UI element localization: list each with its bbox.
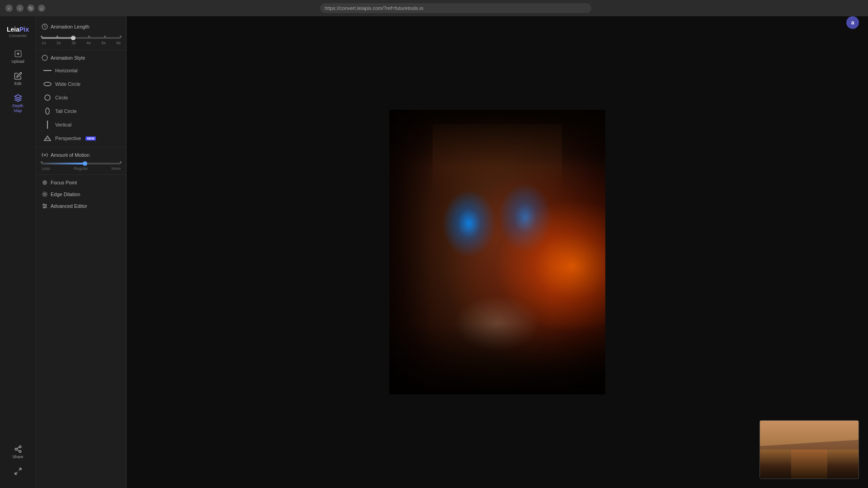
motion-icon (42, 152, 48, 158)
svg-rect-20 (43, 181, 47, 184)
layers-icon (14, 94, 22, 102)
logo-converter: Converter (7, 33, 29, 38)
svg-point-5 (15, 448, 17, 450)
style-perspective[interactable]: Perspective NEW (36, 131, 126, 145)
browser-chrome: ‹ › ↻ ⌂ https://convert.leiapix.com/?ref… (0, 0, 868, 16)
svg-point-4 (19, 446, 21, 448)
amount-of-motion-title: Amount of Motion (51, 152, 90, 158)
forward-button[interactable]: › (16, 5, 24, 12)
url-text: https://convert.leiapix.com/?ref=futuret… (325, 5, 424, 11)
svg-line-10 (15, 472, 17, 474)
svg-point-27 (45, 206, 46, 206)
svg-line-8 (17, 447, 19, 449)
tick-6s: 6s (116, 41, 121, 45)
video-pip (760, 420, 859, 479)
style-wide-circle[interactable]: Wide Circle (36, 77, 126, 91)
user-avatar[interactable]: a (846, 16, 859, 29)
svg-line-9 (19, 468, 21, 470)
share-icon (14, 445, 22, 453)
style-horizontal-label: Horizontal (55, 68, 78, 73)
user-avatar-container[interactable]: a (846, 16, 859, 29)
tick-4s: 4s (86, 41, 91, 45)
app-logo: LeiaPix Converter (7, 22, 29, 45)
style-horizontal[interactable]: Horizontal (36, 64, 126, 77)
focus-icon (42, 179, 48, 186)
tick-3s: 3s (71, 41, 76, 45)
advanced-editor-section[interactable]: Advanced Editor (36, 200, 126, 212)
animation-length-slider[interactable]: 1s 2s 3s 4s 5s 6s (36, 33, 126, 48)
home-button[interactable]: ⌂ (38, 5, 45, 12)
left-nav-bar: LeiaPix Converter Upload Edit D (0, 16, 36, 488)
focus-point-section[interactable]: Focus Point (36, 177, 126, 188)
divider-3 (36, 174, 126, 175)
video-pip-content (760, 421, 859, 479)
wide-circle-icon (43, 80, 52, 88)
svg-point-21 (44, 193, 46, 196)
nav-upload[interactable]: Upload (0, 46, 36, 67)
focus-point-title: Focus Point (51, 180, 77, 185)
nav-fullscreen[interactable] (0, 464, 36, 483)
style-circle[interactable]: Circle (36, 91, 126, 104)
nav-upload-label: Upload (11, 59, 24, 64)
svg-point-14 (45, 95, 50, 100)
svg-point-22 (42, 192, 47, 197)
perspective-icon (43, 134, 52, 142)
settings-sidebar: Animation Length 1s 2s 3s 4s 5s 6s (36, 16, 127, 488)
horizontal-icon (43, 66, 52, 75)
motion-label-more: More (111, 166, 121, 171)
nav-share[interactable]: Share (0, 441, 36, 463)
svg-point-26 (43, 204, 44, 205)
address-bar[interactable]: https://convert.leiapix.com/?ref=futuret… (320, 3, 591, 13)
style-tall-circle[interactable]: Tall Circle (36, 104, 126, 118)
animation-length-section: Animation Length (36, 21, 126, 33)
logo-leia: Leia (7, 26, 19, 33)
app-container: LeiaPix Converter Upload Edit D (0, 16, 868, 488)
svg-point-18 (44, 154, 46, 156)
edge-dilation-section[interactable]: Edge Dilation (36, 188, 126, 200)
animation-style-icon (42, 55, 48, 61)
divider-2 (36, 147, 126, 147)
tick-1s: 1s (42, 41, 46, 45)
style-wide-circle-label: Wide Circle (55, 81, 80, 87)
animation-style-section: Animation Style (36, 52, 126, 64)
back-button[interactable]: ‹ (5, 5, 13, 12)
amount-of-motion-section: Amount of Motion (36, 149, 126, 161)
advanced-editor-icon (42, 203, 48, 209)
tall-circle-icon (43, 107, 52, 115)
animation-style-title: Animation Style (51, 55, 85, 61)
svg-line-7 (17, 450, 19, 451)
advanced-editor-title: Advanced Editor (51, 203, 87, 209)
motion-label-less: Less (42, 166, 50, 171)
nav-depth-map[interactable]: DepthMap (0, 90, 36, 117)
reload-button[interactable]: ↻ (27, 5, 34, 12)
style-perspective-label: Perspective (55, 136, 81, 141)
style-circle-label: Circle (55, 95, 68, 100)
nav-edit[interactable]: Edit (0, 68, 36, 89)
fullscreen-icon (14, 467, 22, 475)
main-canvas (127, 16, 868, 488)
svg-marker-3 (14, 95, 21, 99)
motion-label-regular: Regular (74, 166, 88, 171)
plus-icon (14, 50, 22, 58)
animation-length-title: Animation Length (51, 24, 90, 29)
svg-point-13 (44, 82, 51, 86)
style-vertical[interactable]: Vertical (36, 118, 126, 131)
style-vertical-label: Vertical (55, 122, 71, 127)
portrait-image (389, 110, 605, 394)
svg-point-6 (19, 450, 21, 453)
edge-dilation-icon (42, 191, 48, 197)
svg-point-19 (44, 182, 46, 183)
divider-1 (36, 50, 126, 50)
logo-pix: Pix (19, 26, 29, 33)
tick-5s: 5s (101, 41, 106, 45)
perspective-badge: NEW (85, 136, 95, 141)
motion-slider[interactable]: Less Regular More (36, 161, 126, 173)
circle-icon (43, 94, 52, 102)
portrait-bg (389, 110, 605, 394)
svg-point-28 (44, 207, 45, 208)
nav-depth-map-label: DepthMap (12, 103, 23, 113)
nav-share-label: Share (12, 455, 23, 459)
animation-length-icon (42, 23, 48, 30)
tick-2s: 2s (57, 41, 61, 45)
edge-dilation-title: Edge Dilation (51, 192, 80, 197)
